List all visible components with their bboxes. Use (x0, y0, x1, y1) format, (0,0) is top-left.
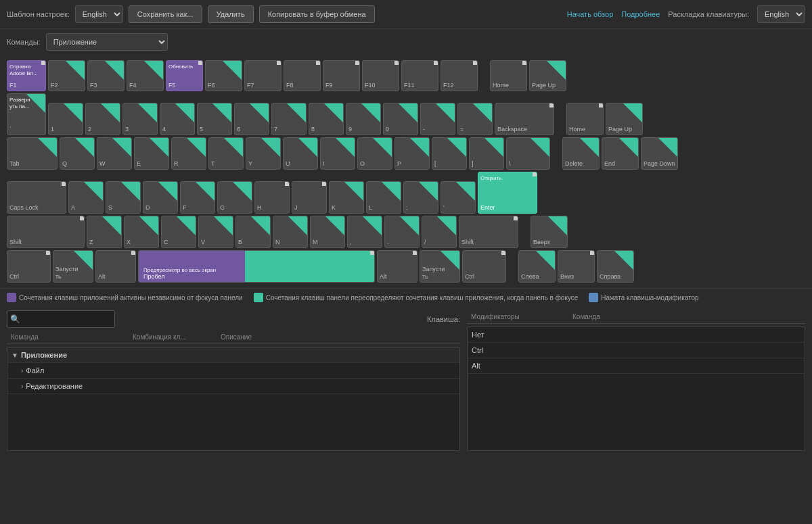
key-quote[interactable]: ' (441, 181, 476, 214)
table-row[interactable]: › Файл (7, 363, 459, 379)
key-launch-right[interactable]: Запустить (420, 250, 460, 283)
key-equals[interactable]: = (457, 103, 493, 135)
key-rbracket[interactable]: ] (469, 137, 504, 170)
key-f12[interactable]: F12 (441, 60, 478, 91)
key-f7[interactable]: F7 (244, 60, 281, 91)
key-down[interactable]: Вниз (558, 250, 595, 283)
table-row[interactable]: › Редактирование (7, 379, 459, 394)
key-k[interactable]: K (329, 181, 364, 214)
key-9[interactable]: 9 (346, 103, 381, 135)
copy-clipboard-button[interactable]: Копировать в буфер обмена (259, 5, 375, 23)
key-pagedown[interactable]: Page Down (641, 137, 678, 170)
keys-row[interactable]: Нет (468, 327, 805, 343)
key-h[interactable]: H (254, 181, 290, 214)
key-backspace[interactable]: Backspace (495, 103, 554, 135)
key-e[interactable]: E (134, 137, 169, 170)
start-tour-button[interactable]: Начать обзор (567, 10, 614, 18)
key-w[interactable]: W (97, 137, 132, 170)
key-backslash[interactable]: \ (506, 137, 550, 170)
key-p[interactable]: P (394, 137, 430, 170)
delete-button[interactable]: Удалить (208, 5, 254, 23)
key-delete[interactable]: Delete (562, 137, 600, 170)
key-up[interactable]: Вверх (531, 216, 568, 248)
key-f1[interactable]: СправкаAdobe Bri... F1 (7, 60, 46, 91)
key-pageup2[interactable]: Page Up (606, 103, 643, 135)
key-space[interactable]: Предпросмотр во весь экран Пробел (138, 250, 375, 283)
key-s[interactable]: S (106, 181, 141, 214)
key-tab[interactable]: Tab (7, 137, 58, 170)
key-ctrl-right[interactable]: Ctrl (462, 250, 506, 283)
details-button[interactable]: Подробнее (621, 10, 660, 18)
key-home2[interactable]: Home (566, 103, 604, 135)
key-backtick[interactable]: Развернуть па... ` (7, 93, 46, 135)
legend-teal-text: Сочетания клавиш панели переопределяют с… (266, 294, 579, 302)
key-f11[interactable]: F11 (401, 60, 438, 91)
key-i[interactable]: I (320, 137, 355, 170)
key-f5[interactable]: Обновить F5 (166, 60, 203, 91)
key-end[interactable]: End (602, 137, 639, 170)
search-input[interactable] (7, 310, 115, 328)
key-f2[interactable]: F2 (48, 60, 85, 91)
key-o[interactable]: O (357, 137, 392, 170)
key-t[interactable]: T (208, 137, 244, 170)
key-right[interactable]: Справа (597, 250, 634, 283)
keyboard-layout-select[interactable]: English (757, 5, 805, 23)
save-button[interactable]: Сохранить как... (129, 5, 202, 23)
key-f9[interactable]: F9 (323, 60, 360, 91)
key-r[interactable]: R (171, 137, 206, 170)
key-enter[interactable]: Открыть Enter (478, 172, 537, 214)
key-v[interactable]: V (198, 216, 233, 248)
key-n[interactable]: N (273, 216, 308, 248)
key-q[interactable]: Q (60, 137, 95, 170)
key-slash[interactable]: / (422, 216, 457, 248)
key-period[interactable]: . (384, 216, 420, 248)
key-y[interactable]: Y (246, 137, 281, 170)
key-pageup[interactable]: Page Up (529, 60, 566, 91)
key-l[interactable]: L (366, 181, 401, 214)
key-ctrl-left[interactable]: Ctrl (7, 250, 51, 283)
key-0[interactable]: 0 (383, 103, 418, 135)
key-home[interactable]: Home (490, 60, 527, 91)
key-2[interactable]: 2 (85, 103, 120, 135)
key-1[interactable]: 1 (48, 103, 83, 135)
table-row[interactable]: ▼ Приложение (7, 348, 459, 363)
commands-select[interactable]: Приложение (46, 33, 168, 51)
key-semicolon[interactable]: ; (403, 181, 438, 214)
key-z[interactable]: Z (87, 216, 122, 248)
key-x[interactable]: X (124, 216, 159, 248)
key-left[interactable]: Слева (518, 250, 556, 283)
key-d[interactable]: D (143, 181, 178, 214)
key-shift-right[interactable]: Shift (459, 216, 518, 248)
key-5[interactable]: 5 (197, 103, 232, 135)
key-6[interactable]: 6 (234, 103, 269, 135)
key-3[interactable]: 3 (122, 103, 158, 135)
template-select[interactable]: English (75, 5, 123, 23)
key-f3[interactable]: F3 (87, 60, 125, 91)
key-lbracket[interactable]: [ (432, 137, 467, 170)
key-f10[interactable]: F10 (362, 60, 399, 91)
key-b[interactable]: B (235, 216, 271, 248)
key-j[interactable]: J (292, 181, 327, 214)
key-minus[interactable]: - (420, 103, 455, 135)
key-m[interactable]: M (310, 216, 345, 248)
key-launch-left[interactable]: Запустить (53, 250, 93, 283)
key-alt-left[interactable]: Alt (95, 250, 136, 283)
key-8[interactable]: 8 (309, 103, 344, 135)
key-capslock[interactable]: Caps Lock (7, 181, 66, 214)
key-f6[interactable]: F6 (205, 60, 242, 91)
key-f4[interactable]: F4 (127, 60, 164, 91)
key-f[interactable]: F (180, 181, 215, 214)
key-g[interactable]: G (217, 181, 252, 214)
key-7[interactable]: 7 (271, 103, 307, 135)
key-c[interactable]: C (161, 216, 196, 248)
key-u[interactable]: U (283, 137, 318, 170)
key-alt-right[interactable]: Alt (377, 250, 418, 283)
keyboard-layout-label: Раскладка клавиатуры: (668, 10, 749, 18)
key-4[interactable]: 4 (160, 103, 195, 135)
key-comma[interactable]: , (347, 216, 382, 248)
keys-row[interactable]: Ctrl (468, 343, 805, 358)
key-a[interactable]: A (68, 181, 104, 214)
key-f8[interactable]: F8 (284, 60, 321, 91)
keys-row[interactable]: Alt (468, 358, 805, 374)
key-shift-left[interactable]: Shift (7, 216, 85, 248)
